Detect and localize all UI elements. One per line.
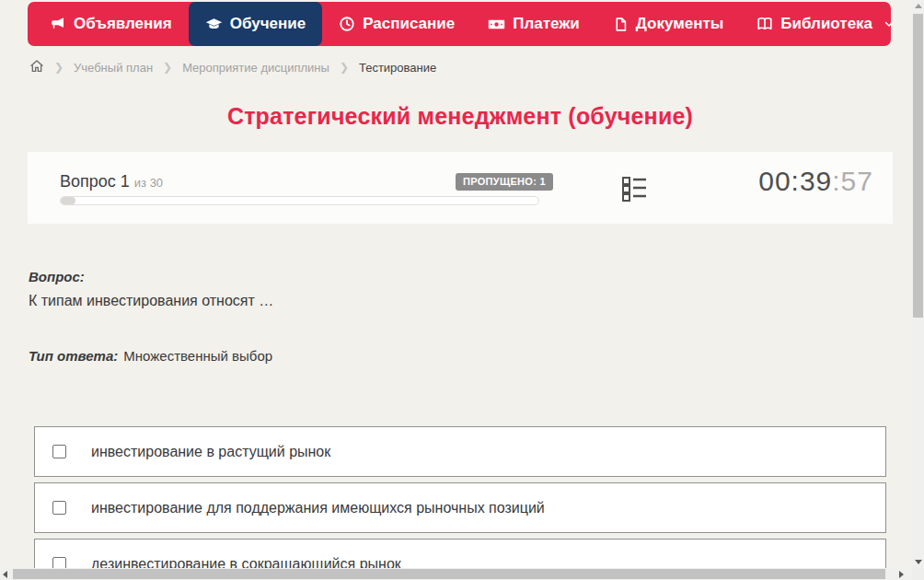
skipped-badge: ПРОПУЩЕНО: 1 [456, 173, 553, 191]
breadcrumb-item-curriculum[interactable]: Учебный план [74, 61, 153, 75]
nav-item-schedule[interactable]: Расписание [322, 2, 471, 46]
document-icon [613, 17, 629, 32]
answer-checkbox-1[interactable] [52, 445, 66, 458]
timer-main: 00:39 [758, 166, 832, 196]
answer-option-label: инвестирование в растущий рынок [91, 444, 330, 460]
horizontal-scrollbar-thumb[interactable] [13, 569, 885, 579]
nav-label: Библиотека [780, 15, 872, 33]
question-progress-bar [60, 196, 539, 205]
breadcrumb-item-testing: Тестирование [359, 61, 436, 75]
nav-label: Платежи [513, 15, 580, 33]
chevron-down-icon [884, 18, 895, 29]
nav-item-library[interactable]: Библиотека [740, 2, 911, 46]
nav-item-announcements[interactable]: Объявления [33, 2, 189, 46]
graduation-cap-icon [205, 16, 223, 33]
vertical-scrollbar[interactable] [912, 0, 924, 568]
main-navbar: Объявления Обучение Расписание Платежи [28, 2, 891, 46]
scroll-left-icon[interactable] [3, 571, 7, 578]
answer-checkbox-2[interactable] [52, 501, 66, 515]
question-number: Вопрос 1 [60, 172, 130, 191]
scroll-right-icon[interactable] [899, 571, 904, 578]
answer-options: инвестирование в растущий рынок инвестир… [34, 426, 886, 580]
timer: 00:39:57 [758, 166, 873, 197]
answer-option-label: инвестирование для поддержания имеющихся… [91, 500, 545, 516]
question-total: из 30 [134, 176, 163, 190]
page-title: Стратегический менеджмент (обучение) [0, 103, 920, 130]
breadcrumb: ❯ Учебный план ❯ Мероприятие дисциплины … [29, 58, 436, 76]
answer-type-value: Множественный выбор [123, 348, 272, 364]
nav-label: Расписание [363, 15, 455, 33]
scroll-down-icon[interactable] [915, 560, 922, 564]
answer-option-1[interactable]: инвестирование в растущий рынок [34, 426, 886, 477]
answer-type-row: Тип ответа:Множественный выбор [29, 348, 272, 364]
progress-fill [61, 197, 75, 204]
home-icon[interactable] [29, 59, 44, 76]
nav-label: Объявления [74, 15, 172, 33]
breadcrumb-separator: ❯ [54, 61, 64, 74]
breadcrumb-separator: ❯ [163, 61, 172, 74]
nav-label: Обучение [230, 15, 306, 33]
timer-seconds: :57 [832, 166, 873, 196]
question-prompt-text: К типам инвестирования относят … [29, 293, 273, 309]
payment-icon [488, 16, 505, 33]
question-prompt-label: Вопрос: [29, 269, 85, 284]
nav-item-payments[interactable]: Платежи [471, 2, 596, 46]
scroll-up-icon[interactable] [915, 4, 922, 8]
scrollbar-corner [912, 568, 924, 580]
vertical-scrollbar-thumb[interactable] [913, 14, 923, 318]
question-header-panel: Вопрос 1из 30 ПРОПУЩЕНО: 1 00:39:57 [28, 152, 893, 224]
question-number-label: Вопрос 1из 30 [60, 172, 163, 191]
nav-item-documents[interactable]: Документы [596, 2, 741, 46]
megaphone-icon [50, 16, 66, 32]
answer-option-2[interactable]: инвестирование для поддержания имеющихся… [34, 482, 886, 533]
nav-item-learning[interactable]: Обучение [189, 2, 322, 46]
answer-type-label: Тип ответа: [29, 348, 118, 364]
question-list-icon[interactable] [621, 176, 648, 205]
book-icon [757, 16, 773, 32]
breadcrumb-separator: ❯ [340, 61, 349, 74]
horizontal-scrollbar[interactable] [0, 568, 912, 580]
breadcrumb-item-discipline-event[interactable]: Мероприятие дисциплины [182, 61, 329, 75]
nav-label: Документы [636, 15, 724, 33]
clock-icon [339, 16, 355, 32]
